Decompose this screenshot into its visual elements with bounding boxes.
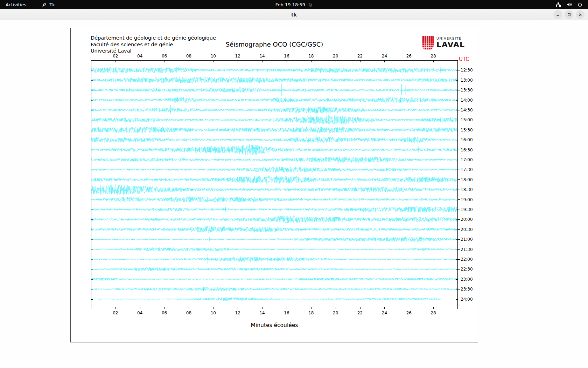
trace-time-label: 14:00 — [458, 98, 473, 103]
tick-dash — [458, 259, 460, 260]
maximize-icon — [567, 13, 571, 16]
x-tick-label-bottom: 14 — [259, 311, 265, 315]
x-tick-label-bottom: 26 — [406, 311, 412, 315]
seismograph-panel: Département de géologie et de génie géol… — [70, 28, 478, 342]
x-tick-label-top: 08 — [186, 54, 191, 59]
trace-time-label: 19:30 — [458, 207, 473, 212]
x-tick-label-bottom: 12 — [235, 311, 240, 315]
trace-time-label: 17:30 — [458, 167, 473, 172]
x-tick-label-top: 12 — [235, 54, 240, 59]
tick-dash — [458, 160, 460, 160]
volume-icon — [567, 2, 572, 7]
notifications-disabled-icon — [308, 2, 313, 7]
x-axis-title: Minutes écoulées — [91, 322, 458, 328]
x-tick-label-bottom: 02 — [113, 311, 118, 315]
top-bar-left: Activities Tk — [0, 2, 55, 7]
trace-time-label: 18:30 — [458, 187, 473, 192]
trace-time-label: 22:00 — [458, 257, 473, 262]
close-icon — [579, 13, 582, 16]
x-tick-label-bottom: 04 — [137, 311, 142, 315]
x-tick-label-bottom: 08 — [186, 311, 191, 315]
clock-label: Feb 19 18:59 — [275, 2, 305, 7]
tick-dash — [458, 229, 460, 230]
top-axis-labels: 0204060810121416182022242628 — [91, 54, 458, 59]
tick-dash — [458, 210, 460, 210]
x-tick-label-top: 18 — [308, 54, 314, 59]
minimize-button[interactable] — [553, 10, 562, 19]
tick-dash — [458, 299, 460, 299]
trace-time-label: 12:30 — [458, 68, 473, 73]
plot-frame — [91, 60, 458, 309]
bottom-axis-labels: 0204060810121416182022242628 — [91, 311, 458, 316]
x-tick-label-bottom: 16 — [284, 311, 289, 315]
x-tick-label-bottom: 18 — [308, 311, 314, 315]
trace-time-label: 18:00 — [458, 177, 473, 182]
x-tick-label-bottom: 20 — [333, 311, 338, 315]
tk-app-label: Tk — [49, 2, 55, 7]
x-tick-label-top: 04 — [137, 54, 142, 59]
tick-dash — [458, 289, 460, 289]
x-tick-label-bottom: 06 — [162, 311, 167, 315]
trace-time-labels: 12:3013:0013:3014:0014:3015:0015:3016:00… — [458, 60, 478, 309]
clock-menu[interactable]: Feb 19 18:59 — [275, 2, 313, 7]
tick-dash — [458, 219, 460, 220]
tick-dash — [458, 190, 460, 190]
window-titlebar[interactable]: tk — [0, 9, 588, 20]
tick-dash — [458, 150, 460, 150]
trace-time-label: 13:30 — [458, 88, 473, 93]
window-content: Département de géologie et de génie géol… — [0, 20, 588, 368]
tk-app-icon — [42, 2, 47, 7]
tk-app-indicator[interactable]: Tk — [42, 2, 55, 7]
trace-time-label: 21:00 — [458, 237, 473, 242]
trace-time-label: 24:00 — [458, 297, 473, 302]
activities-button[interactable]: Activities — [6, 2, 26, 7]
x-tick-label-top: 06 — [162, 54, 167, 59]
tick-dash — [458, 199, 460, 200]
institution-line: Département de géologie et de génie géol… — [91, 35, 216, 41]
x-tick-label-top: 16 — [284, 54, 289, 59]
trace-time-label: 23:00 — [458, 277, 473, 282]
trace-time-label: 16:00 — [458, 137, 473, 142]
trace-time-label: 21:30 — [458, 247, 473, 252]
x-tick-label-bottom: 10 — [211, 311, 216, 315]
tick-dash — [458, 80, 460, 80]
tick-dash — [458, 179, 460, 180]
logo-line1: UNIVERSITÉ — [436, 37, 465, 40]
tick-dash — [458, 279, 460, 279]
laval-logo-text: UNIVERSITÉ LAVAL — [436, 37, 465, 49]
window-title: tk — [291, 12, 297, 18]
x-tick-label-bottom: 28 — [430, 311, 436, 315]
power-icon — [578, 2, 582, 7]
trace-time-label: 17:00 — [458, 157, 473, 162]
trace-time-label: 20:30 — [458, 227, 473, 232]
x-tick-label-bottom: 24 — [382, 311, 387, 315]
tick-dash — [458, 269, 460, 270]
close-button[interactable] — [576, 10, 584, 19]
trace-time-label: 22:30 — [458, 267, 473, 272]
x-tick-label-top: 02 — [113, 54, 118, 59]
trace-time-label: 23:30 — [458, 287, 473, 292]
system-status-area[interactable] — [555, 2, 588, 7]
tick-dash — [458, 70, 460, 70]
trace-time-label: 13:00 — [458, 78, 473, 83]
chart-title: Séismographe QCQ (CGC/GSC) — [91, 41, 458, 48]
laval-shield-icon — [422, 36, 434, 50]
minimize-icon — [556, 13, 560, 16]
x-tick-label-top: 22 — [357, 54, 363, 59]
seismogram-canvas — [91, 60, 458, 309]
tick-dash — [458, 170, 460, 170]
tick-dash — [458, 130, 460, 130]
tick-dash — [458, 100, 460, 100]
x-tick-label-top: 10 — [211, 54, 216, 59]
x-tick-label-bottom: 22 — [357, 311, 363, 315]
network-icon — [555, 2, 561, 7]
trace-time-label: 15:30 — [458, 128, 473, 132]
tick-dash — [458, 120, 460, 120]
maximize-button[interactable] — [565, 10, 573, 19]
trace-time-label: 20:00 — [458, 217, 473, 222]
trace-time-label: 19:00 — [458, 197, 473, 202]
tick-dash — [458, 90, 460, 90]
x-tick-label-top: 28 — [430, 54, 436, 59]
trace-time-label: 16:30 — [458, 148, 473, 152]
tick-dash — [458, 110, 460, 110]
